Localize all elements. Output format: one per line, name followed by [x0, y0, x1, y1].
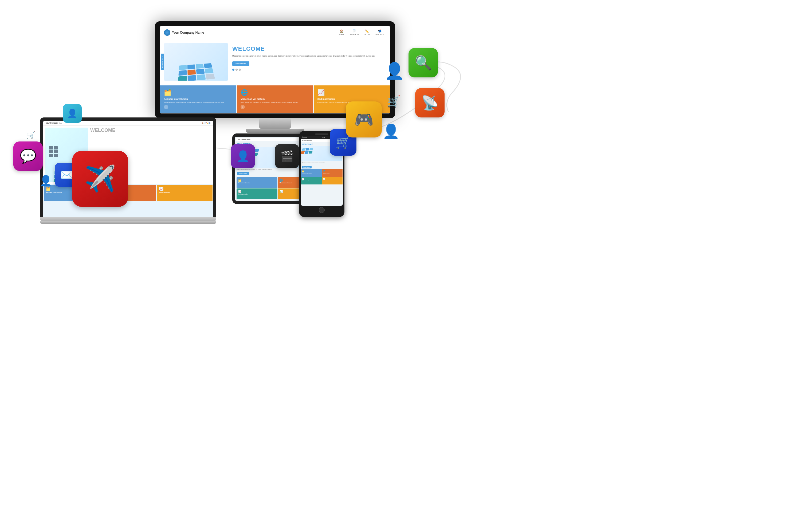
grid-cell: [54, 146, 58, 150]
phone-time: 3:33: [322, 137, 325, 138]
grid-cell: [54, 154, 58, 157]
monitor-inner: Your Company Name 🏠 HOME 📄 ABOUT US ✏️ B…: [160, 26, 390, 113]
cart-icon-right: 🛒: [387, 95, 400, 108]
tile: [204, 63, 212, 68]
home-icon: 🏠: [340, 30, 344, 33]
card-2-title: Maecenas vel dictum: [241, 98, 309, 100]
hero-title: WELCOME: [232, 45, 386, 52]
nav-blog[interactable]: ✏️ BLOG: [362, 28, 372, 37]
person-blue-icon: 👤: [63, 104, 82, 123]
phone-home-button[interactable]: [319, 207, 325, 213]
card-2-body: Nulla odio purus, hendrerit ut facilisis…: [241, 101, 309, 104]
nav-home-label: HOME: [339, 34, 344, 36]
nav-about-label: ABOUT US: [350, 34, 359, 36]
tile: [178, 70, 187, 76]
blog-icon: ✏️: [365, 30, 369, 33]
card-2-icon: 🌐: [241, 89, 309, 96]
grid-cell: [54, 150, 58, 153]
laptop-logo: Your Company N...: [46, 122, 62, 124]
chat-icon: 💬: [13, 141, 43, 171]
tile: [305, 148, 309, 151]
read-more-button[interactable]: Read More: [232, 61, 249, 66]
phone-logo: Your Company Name: [302, 140, 312, 141]
grid-icon: [49, 146, 58, 157]
tile: [178, 76, 187, 81]
grid-cell: [49, 150, 53, 153]
phone-card-4: 📊: [322, 177, 343, 185]
tablet-logo: Your Company Name: [237, 138, 250, 140]
tile: [309, 148, 313, 151]
dot-3[interactable]: [239, 69, 241, 71]
tile: [197, 74, 206, 80]
person-orange-icon: 👤: [39, 175, 52, 187]
hero-section: FEEDBACK: [160, 39, 390, 85]
laptop-welcome: WELCOME: [90, 128, 211, 133]
tile: [304, 151, 309, 154]
hero-dots: [232, 69, 386, 71]
tile: [302, 148, 306, 151]
film-icon: 🎬: [275, 144, 299, 168]
tile: [301, 151, 305, 154]
cyan-person-icon: 👤: [384, 61, 404, 80]
nav-home[interactable]: 🏠 HOME: [337, 28, 347, 37]
person-purple-icon: 👤: [231, 144, 255, 168]
card-1-arrow[interactable]: ›: [164, 105, 168, 109]
laptop-card-3: 📈 Sed malesuada: [157, 185, 212, 201]
contact-icon: 📬: [378, 30, 382, 33]
phone-read-more[interactable]: Read More: [302, 166, 311, 168]
phone-network: network: [302, 137, 307, 138]
phone-cards: 🗂️ Aliquam eratvolution 🌐 Maecenas vel 📈…: [301, 169, 343, 185]
nav-contact-label: CONTACT: [375, 34, 384, 36]
card-1-body: Vestibulum ante ipsum primis in faucibus…: [164, 101, 232, 104]
hero-body: Maecenas egestas sapien sit amet magna l…: [232, 54, 386, 57]
tile: [188, 75, 196, 81]
nav-blog-label: BLOG: [364, 34, 369, 36]
plane-icon: ✈️: [72, 151, 128, 207]
tiles-visual: [178, 63, 215, 81]
phone-body-text: Maecenas egestas sapien sit amet magna l…: [301, 162, 343, 164]
laptop-nav: 🏠 📄 ✏️ 📬: [202, 122, 210, 124]
laptop-base: [40, 221, 216, 224]
laptop-body: [40, 217, 216, 221]
silhouette-icon: 👤: [382, 123, 400, 139]
nav-about[interactable]: 📄 ABOUT US: [348, 28, 362, 37]
card-3-title: Sed malesuada: [318, 98, 386, 100]
tile: [179, 65, 187, 70]
gamepad-icon: 🎮: [346, 101, 382, 137]
tile: [187, 70, 196, 75]
card-3-icon: 📈: [318, 89, 386, 96]
dot-1[interactable]: [232, 69, 234, 71]
nav-contact[interactable]: 📬 CONTACT: [373, 28, 386, 37]
card-1: 🗂️ Aliquam eratvolution Vestibulum ante …: [160, 86, 236, 113]
site-header: Your Company Name 🏠 HOME 📄 ABOUT US ✏️ B…: [160, 26, 390, 39]
logo-globe-icon: [164, 30, 170, 36]
cart-outline-icon: 🛒: [26, 131, 36, 139]
dot-2[interactable]: [235, 69, 237, 71]
tablet-card-3: 📈 Sed malesuada: [236, 188, 278, 199]
tile: [205, 68, 214, 73]
logo-text: Your Company Name: [172, 31, 204, 34]
monitor-base: [246, 129, 304, 133]
search-icon: 🔍: [408, 48, 438, 77]
tile: [309, 151, 313, 154]
monitor-stand: [259, 118, 291, 129]
tile: [196, 64, 204, 69]
hero-image: [164, 43, 228, 81]
phone-card-3: 📈 Sed malesuada: [301, 177, 322, 185]
phone-card-2: 🌐 Maecenas vel: [322, 169, 343, 177]
about-icon: 📄: [352, 30, 357, 33]
tile: [206, 74, 215, 79]
tablet-card-1: 🗂️ Aliquam eratvolution: [236, 177, 278, 188]
card-2-arrow[interactable]: ›: [241, 105, 245, 109]
site-logo: Your Company Name: [164, 30, 204, 36]
rss-icon: 📡: [415, 88, 444, 117]
tile: [187, 64, 195, 70]
hero-content: WELCOME Maecenas egestas sapien sit amet…: [232, 43, 386, 81]
phone-speaker: [315, 133, 328, 135]
grid-cell: [49, 146, 53, 150]
grid-cell: [49, 154, 53, 157]
card-1-icon: 🗂️: [164, 89, 232, 96]
tile: [196, 69, 205, 74]
tablet-read-more[interactable]: Read More: [237, 172, 249, 175]
card-1-title: Aliquam eratvolution: [164, 98, 232, 100]
